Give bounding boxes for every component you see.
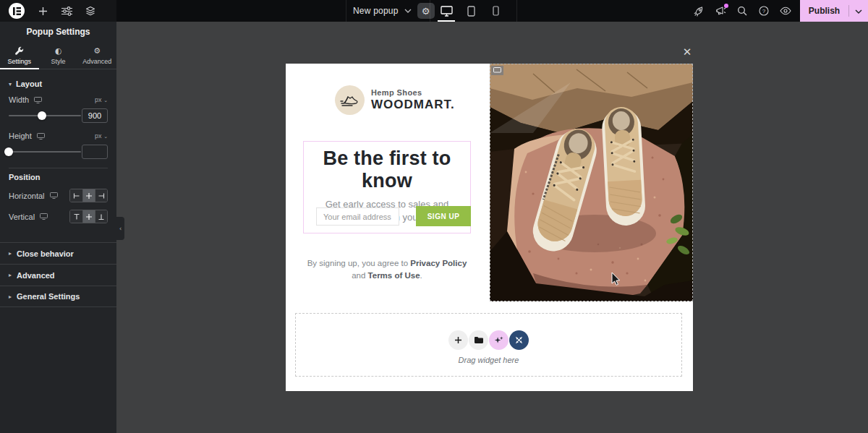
- brand-logo[interactable]: Hemp Shoes WOODMART.: [335, 85, 455, 115]
- height-slider-row: [9, 145, 108, 159]
- finder-search-button[interactable]: [736, 5, 748, 17]
- caret-down-icon: ▾: [9, 81, 12, 87]
- whats-new-button[interactable]: [715, 5, 726, 17]
- width-slider-handle[interactable]: [38, 111, 46, 120]
- horizontal-position-row: Horizontal: [9, 189, 108, 202]
- gear-icon: ⚙: [93, 46, 101, 56]
- section-close-behavior[interactable]: ▸ Close behavior: [0, 242, 116, 264]
- signup-button[interactable]: SIGN UP: [416, 206, 471, 226]
- width-control-row: Width px ⌄: [9, 95, 108, 104]
- popup-heading: Be the first to know: [305, 147, 469, 192]
- launchpad-button[interactable]: [693, 5, 705, 17]
- width-label: Width: [9, 95, 29, 104]
- shoes-on-rock-photo: [490, 64, 693, 301]
- height-unit-select[interactable]: px ⌄: [95, 132, 108, 140]
- tab-settings-label: Settings: [8, 58, 32, 65]
- section-general-settings-label: General Settings: [17, 292, 80, 301]
- editor-canvas: ✕ Hemp Shoes WOODMART. Be the first to k…: [116, 22, 868, 433]
- mobile-icon: [493, 6, 499, 16]
- folder-icon: [474, 336, 483, 344]
- dropzone-hint: Drag widget here: [296, 356, 681, 364]
- device-mobile-button[interactable]: [483, 0, 508, 22]
- add-element-button[interactable]: [37, 5, 48, 17]
- preview-button[interactable]: [780, 5, 791, 17]
- apply-kit-button[interactable]: [509, 330, 529, 350]
- shoes-image-widget[interactable]: [490, 64, 693, 301]
- height-slider[interactable]: [9, 151, 81, 153]
- height-value-input[interactable]: [82, 145, 108, 159]
- privacy-policy-link[interactable]: Privacy Policy: [410, 259, 467, 267]
- responsive-monitor-icon: [50, 192, 58, 200]
- align-top-button[interactable]: [70, 210, 82, 223]
- align-middle-button[interactable]: [82, 210, 95, 223]
- sliders-icon: [61, 7, 72, 16]
- add-template-button[interactable]: [469, 330, 488, 350]
- chevron-down-icon[interactable]: [404, 9, 412, 13]
- publish-label: Publish: [800, 6, 848, 16]
- align-left-button[interactable]: [70, 189, 82, 202]
- document-switcher: New popup ⚙: [353, 0, 435, 22]
- width-slider[interactable]: [9, 115, 81, 116]
- site-settings-button[interactable]: [61, 5, 72, 17]
- device-tablet-button[interactable]: [459, 0, 483, 22]
- disclaimer-prefix: By signing up, you agree to: [307, 259, 411, 267]
- ai-sparkle-icon: [494, 335, 503, 345]
- responsive-monitor-icon: [37, 133, 45, 140]
- horizontal-align-group: [69, 189, 108, 202]
- ai-builder-button[interactable]: [489, 330, 509, 350]
- align-bottom-button[interactable]: [95, 210, 107, 223]
- align-center-button[interactable]: [82, 189, 95, 202]
- responsive-monitor-icon: [34, 97, 42, 103]
- disclaimer-text: By signing up, you agree to Privacy Poli…: [303, 257, 471, 281]
- chevron-down-icon: [855, 9, 862, 14]
- tab-settings[interactable]: Settings: [0, 42, 39, 69]
- panel-collapse-handle[interactable]: ‹: [116, 217, 124, 240]
- terms-of-use-link[interactable]: Terms of Use: [368, 271, 420, 280]
- layout-section: ▾ Layout Width px ⌄ Height px ⌄: [0, 69, 116, 242]
- height-label: Height: [9, 132, 32, 140]
- brand-name: Hemp Shoes: [371, 88, 455, 97]
- help-icon: ?: [759, 6, 769, 16]
- section-advanced-label: Advanced: [17, 271, 55, 280]
- panel-tabs: Settings ◐ Style ⚙ Advanced: [0, 42, 116, 69]
- tab-style[interactable]: ◐ Style: [39, 42, 78, 69]
- elementor-logo-button[interactable]: [9, 3, 25, 19]
- plus-icon: [38, 7, 48, 16]
- widget-dropzone[interactable]: Drag widget here: [295, 313, 682, 377]
- responsive-device-switcher: [434, 0, 508, 22]
- align-right-button[interactable]: [95, 189, 107, 202]
- add-widget-button[interactable]: [448, 330, 468, 350]
- section-advanced[interactable]: ▸ Advanced: [0, 264, 116, 286]
- vertical-label: Vertical: [9, 213, 35, 221]
- divider: [9, 168, 108, 168]
- publish-button[interactable]: Publish: [800, 0, 868, 22]
- caret-right-icon: ▸: [9, 293, 12, 300]
- dropzone-actions: [296, 330, 681, 350]
- document-settings-button[interactable]: ⚙: [417, 3, 435, 19]
- document-name[interactable]: New popup: [353, 6, 399, 16]
- kit-pinwheel-icon: [514, 335, 524, 345]
- style-icon: ◐: [55, 46, 62, 56]
- publish-options-button[interactable]: [849, 7, 868, 15]
- mouse-cursor: [611, 272, 621, 286]
- help-button[interactable]: ?: [758, 5, 770, 17]
- section-general-settings[interactable]: ▸ General Settings: [0, 286, 116, 307]
- position-title: Position: [9, 173, 108, 181]
- email-input[interactable]: [316, 207, 399, 226]
- brand-logo-text: WOODMART.: [371, 98, 455, 112]
- notification-dot: [724, 4, 728, 8]
- elementor-logo-icon: [13, 7, 21, 15]
- layout-section-header[interactable]: ▾ Layout: [9, 77, 108, 95]
- tab-advanced-label: Advanced: [82, 58, 111, 65]
- device-desktop-button[interactable]: [434, 0, 459, 22]
- structure-button[interactable]: [85, 5, 96, 17]
- disclaimer-middle: and: [352, 271, 367, 280]
- image-widget-handle[interactable]: [491, 66, 503, 75]
- width-value-input[interactable]: [82, 108, 108, 123]
- popup-close-button[interactable]: ✕: [681, 46, 694, 59]
- tab-advanced[interactable]: ⚙ Advanced: [77, 42, 116, 69]
- vertical-position-row: Vertical: [9, 210, 108, 223]
- image-handle-icon: [493, 67, 501, 74]
- width-unit-select[interactable]: px ⌄: [95, 96, 108, 103]
- height-slider-handle[interactable]: [4, 147, 13, 156]
